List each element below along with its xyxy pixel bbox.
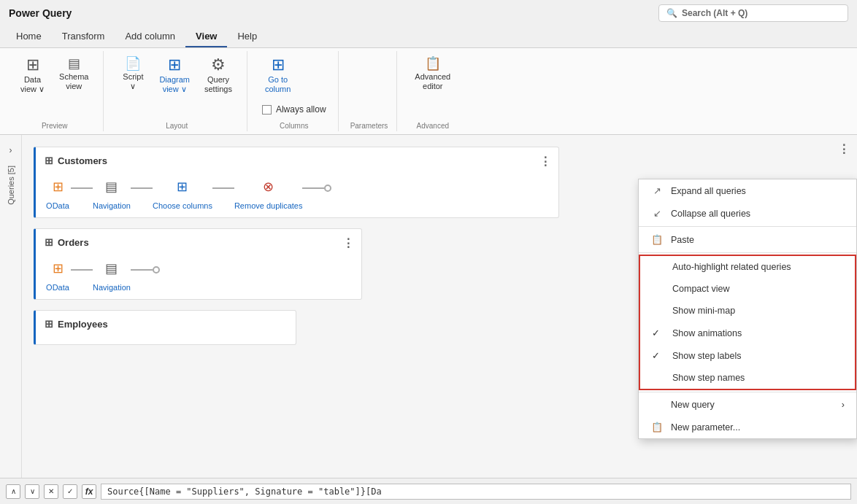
go-to-column-label: Go tocolumn	[265, 75, 291, 94]
preview-group-label: Preview	[42, 122, 68, 131]
go-to-column-icon: ⊞	[272, 57, 285, 73]
orders-nav-icon: ▤	[99, 255, 125, 282]
always-allow-checkbox[interactable]: Always allow	[259, 100, 329, 119]
odata-icon: ⊞	[45, 174, 71, 200]
ribbon-group-layout: 📄 Script∨ ⊞ Diagramview ∨ ⚙ Querysetting…	[107, 51, 247, 131]
main-area: › Queries [5] ⊞ Customers ⋮ ⊞ OData ▤	[0, 135, 857, 504]
customers-step-nav[interactable]: ▤ Navigation	[93, 174, 131, 210]
customers-table-icon: ⊞	[45, 155, 53, 166]
choose-col-label: Choose columns	[153, 201, 212, 210]
parameters-group-label: Parameters	[350, 122, 388, 131]
ctx-show-step-names-label: Show step names	[672, 373, 745, 383]
advanced-group-label: Advanced	[417, 122, 449, 131]
employees-header: ⊞ Employees ⋮	[45, 318, 287, 330]
sidebar-label: Queries [5]	[7, 166, 15, 205]
ctx-show-step-labels-label: Show step labels	[672, 351, 742, 361]
orders-step-end-dot	[153, 266, 160, 274]
data-view-icon: ⊞	[26, 57, 39, 73]
ctx-new-query-label: New query	[671, 400, 715, 410]
menu-transform[interactable]: Transform	[52, 26, 115, 47]
orders-step-odata[interactable]: ⊞ OData	[45, 255, 71, 292]
nav-icon: ▤	[99, 174, 125, 200]
orders-table-icon: ⊞	[45, 236, 53, 248]
choose-col-icon: ⊞	[169, 174, 196, 200]
menu-help[interactable]: Help	[227, 26, 267, 47]
script-icon: 📄	[125, 57, 141, 70]
go-to-column-button[interactable]: ⊞ Go tocolumn	[259, 54, 296, 97]
paste-icon: 📋	[650, 234, 664, 245]
bottom-bar: ∧ ∨ ✕ ✓ fx Source{[Name = "Suppliers", S…	[0, 478, 857, 504]
search-icon: 🔍	[666, 8, 677, 18]
ctx-new-parameter-label: New parameter...	[671, 422, 740, 433]
ribbon-group-advanced: 📋 Advancededitor Advanced	[400, 51, 465, 131]
step-connector-4	[302, 187, 324, 189]
ctx-expand-all[interactable]: ↗ Expand all queries	[639, 179, 856, 202]
menu-add-column[interactable]: Add column	[115, 26, 185, 47]
query-settings-button[interactable]: ⚙ Querysettings	[199, 54, 238, 97]
sidebar: › Queries [5]	[0, 135, 22, 504]
orders-step-connector-1	[71, 269, 93, 271]
formula-bar[interactable]: Source{[Name = "Suppliers", Signature = …	[101, 484, 851, 500]
diagram-view-button[interactable]: ⊞ Diagramview ∨	[153, 54, 196, 97]
orders-step-connector-2	[131, 269, 153, 271]
ctx-show-animations[interactable]: ✓ Show animations	[640, 322, 855, 344]
menu-view[interactable]: View	[185, 26, 227, 47]
columns-group-label: Columns	[280, 122, 308, 131]
employees-card-menu[interactable]: ⋮	[838, 142, 850, 156]
up-button[interactable]: ∧	[6, 484, 20, 499]
advanced-editor-icon: 📋	[425, 57, 441, 70]
advanced-editor-button[interactable]: 📋 Advancededitor	[409, 54, 456, 94]
app-title: Power Query	[9, 7, 72, 19]
title-bar: Power Query 🔍 Search (Alt + Q)	[0, 0, 857, 26]
customers-name: Customers	[58, 155, 107, 166]
ctx-paste[interactable]: 📋 Paste	[639, 228, 856, 251]
ctx-show-step-names[interactable]: Show step names	[640, 367, 855, 389]
data-view-label: Dataview ∨	[20, 75, 45, 94]
orders-odata-icon: ⊞	[45, 255, 71, 282]
schema-view-icon: ▤	[68, 57, 80, 70]
diagram-view-icon: ⊞	[168, 57, 181, 73]
sidebar-collapse-button[interactable]: ›	[7, 142, 15, 158]
ctx-show-mini-map[interactable]: Show mini-map	[640, 300, 855, 322]
context-menu: ↗ Expand all queries ↙ Collapse all quer…	[638, 179, 857, 439]
ctx-compact-view-label: Compact view	[672, 284, 730, 294]
ctx-new-query[interactable]: New query ›	[639, 394, 856, 416]
fx-button[interactable]: fx	[82, 484, 96, 499]
remove-dup-icon: ⊗	[255, 174, 282, 200]
script-view-button[interactable]: 📄 Script∨	[115, 54, 150, 94]
search-box[interactable]: 🔍 Search (Alt + Q)	[658, 4, 848, 22]
orders-step-nav[interactable]: ▤ Navigation	[93, 255, 131, 292]
orders-card-menu[interactable]: ⋮	[342, 236, 354, 250]
customers-card-menu[interactable]: ⋮	[539, 155, 551, 168]
step-connector-2	[131, 187, 153, 189]
step-end-dot-1	[324, 185, 331, 192]
script-view-label: Script∨	[123, 72, 143, 91]
schema-view-button[interactable]: ▤ Schemaview	[53, 54, 94, 94]
ctx-auto-highlight[interactable]: Auto-highlight related queries	[640, 256, 855, 278]
delete-button[interactable]: ✕	[44, 484, 58, 499]
orders-name: Orders	[58, 237, 89, 248]
check-button[interactable]: ✓	[63, 484, 77, 499]
advanced-editor-label: Advancededitor	[415, 72, 450, 91]
employees-table-icon: ⊞	[45, 318, 53, 330]
ctx-show-step-labels[interactable]: ✓ Show step labels	[640, 344, 855, 367]
down-button[interactable]: ∨	[25, 484, 39, 499]
nav-label: Navigation	[93, 201, 131, 210]
menu-home[interactable]: Home	[6, 26, 52, 47]
ctx-divider-2	[639, 252, 856, 253]
step-connector-3	[212, 187, 234, 189]
ribbon-group-preview: ⊞ Dataview ∨ ▤ Schemaview Preview	[6, 51, 104, 131]
customers-step-choose-col[interactable]: ⊞ Choose columns	[153, 174, 212, 210]
ctx-compact-view[interactable]: Compact view	[640, 278, 855, 300]
orders-steps-row: ⊞ OData ▤ Navigation	[45, 255, 353, 292]
customers-step-remove-dup[interactable]: ⊗ Remove duplicates	[234, 174, 303, 210]
always-allow-box	[262, 105, 272, 115]
ctx-show-animations-label: Show animations	[672, 328, 742, 338]
customers-card: ⊞ Customers ⋮ ⊞ OData ▤ Navigation	[34, 147, 559, 218]
customers-step-odata[interactable]: ⊞ OData	[45, 174, 71, 210]
step-connector-1	[71, 187, 93, 189]
orders-nav-label: Navigation	[93, 283, 131, 292]
ctx-collapse-all[interactable]: ↙ Collapse all queries	[639, 202, 856, 225]
ctx-new-parameter[interactable]: 📋 New parameter...	[639, 416, 856, 438]
data-view-button[interactable]: ⊞ Dataview ∨	[15, 54, 50, 97]
